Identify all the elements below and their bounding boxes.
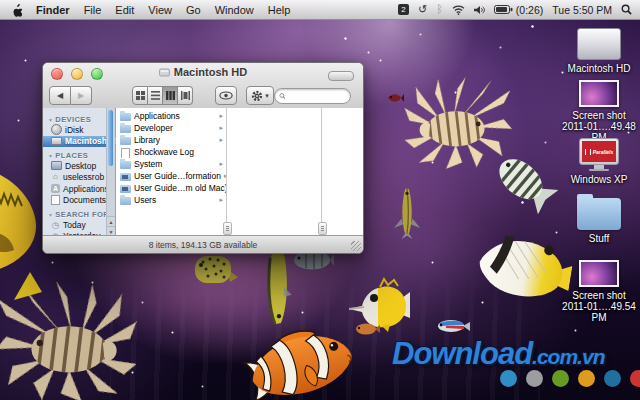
applications-icon: A	[51, 184, 60, 193]
list-view-button[interactable]	[148, 86, 163, 105]
file-row-user-guide-1[interactable]: User Guide…formation▸	[116, 170, 226, 182]
coverflow-view-button[interactable]	[178, 86, 193, 105]
watermark-dot	[630, 370, 640, 387]
desktop-icon-windows-xp[interactable]: Parallels Windows XP	[561, 138, 637, 185]
menu-view[interactable]: View	[148, 4, 172, 16]
file-row-developer[interactable]: Developer▸	[116, 122, 226, 134]
section-header[interactable]: ▼DEVICES	[43, 115, 115, 124]
sidebar-item-today[interactable]: ◷Today	[43, 219, 115, 231]
folder-icon	[120, 136, 131, 145]
chevron-right-icon: ▸	[219, 160, 223, 168]
time-machine-icon[interactable]: ↺	[418, 4, 427, 15]
icon-label: Screen shot 2011-01….49.54 PM	[561, 290, 637, 324]
sidebar-item-applications[interactable]: AApplications	[43, 183, 115, 195]
hard-drive-icon	[51, 137, 62, 145]
sidebar-item-documents[interactable]: Documents	[43, 195, 115, 207]
desktop-icon-screenshot-2[interactable]: Screen shot 2011-01….49.54 PM	[561, 260, 637, 324]
sidebar-item-label: Documents	[63, 195, 106, 205]
menu-file[interactable]: File	[84, 4, 102, 16]
sidebar-item-desktop[interactable]: Desktop	[43, 160, 115, 172]
special-folder-icon	[120, 172, 131, 181]
gold-diving-fish-image	[392, 186, 422, 240]
back-button[interactable]: ◀	[49, 86, 71, 105]
menu-help[interactable]: Help	[268, 4, 291, 16]
window-chrome[interactable]: Macintosh HD ◀ ▶	[43, 63, 363, 109]
watermark-dot	[552, 370, 569, 387]
desktop-icon-screenshot-1[interactable]: Screen shot 2011-01….49.48 PM	[561, 80, 637, 144]
file-name: System	[134, 159, 162, 169]
column-divider[interactable]	[226, 108, 227, 236]
watermark-dots	[500, 370, 640, 387]
sidebar-item-label: Today	[63, 220, 86, 230]
section-header[interactable]: ▼SEARCH FOR	[43, 210, 115, 219]
volume-icon[interactable]	[474, 5, 485, 15]
menu-finder[interactable]: Finder	[36, 4, 70, 16]
battery-indicator[interactable]: (0:26)	[494, 4, 543, 16]
watermark-dot	[604, 370, 621, 387]
parallels-bars-icon	[585, 149, 591, 155]
watermark-dot	[578, 370, 595, 387]
screenshot-thumbnail-icon	[579, 260, 619, 287]
sidebar: ▼DEVICES iDisk Macintosh HD ▼PLACES Desk…	[43, 108, 116, 236]
sidebar-item-label: Desktop	[65, 161, 96, 171]
sidebar-scrollbar[interactable]: ▲ ▼	[106, 108, 115, 236]
quick-look-button[interactable]	[215, 86, 237, 105]
apple-menu-icon[interactable]	[10, 3, 22, 17]
action-button[interactable]: ▾	[246, 86, 273, 105]
desktop-screen: Finder File Edit View Go Window Help 2 ↺…	[0, 0, 640, 400]
sidebar-item-home[interactable]: ⌂uselessrob	[43, 172, 115, 184]
sidebar-section-search-for: ▼SEARCH FOR ◷Today ◷Yesterday ◷Past Week…	[43, 210, 115, 236]
menu-window[interactable]: Window	[215, 4, 254, 16]
desktop-icon-macintosh-hd[interactable]: Macintosh HD	[561, 28, 637, 74]
action-caret-icon: ▾	[265, 92, 269, 100]
sidebar-item-idisk[interactable]: iDisk	[43, 124, 115, 136]
hard-drive-icon	[577, 28, 621, 60]
sidebar-section-places: ▼PLACES Desktop ⌂uselessrob AApplication…	[43, 151, 115, 206]
parallels-logo-text: Parallels	[593, 149, 614, 155]
column-resize-handle[interactable]	[318, 222, 327, 235]
sidebar-item-macintosh-hd[interactable]: Macintosh HD	[43, 136, 115, 148]
forward-button[interactable]: ▶	[71, 86, 92, 105]
menu-bar: Finder File Edit View Go Window Help 2 ↺…	[0, 0, 640, 20]
bluetooth-icon[interactable]: ᛒ	[436, 4, 443, 15]
column-view-button[interactable]	[163, 86, 178, 105]
chevron-right-icon: ▸	[219, 124, 223, 132]
yellow-boxfish-image	[194, 250, 238, 290]
list-view-icon	[151, 91, 160, 100]
scroll-down-icon: ▼	[109, 229, 114, 235]
home-icon: ⌂	[51, 173, 60, 182]
input-source-icon[interactable]: 2	[398, 4, 409, 15]
gear-icon	[251, 90, 263, 102]
column-view: Applications▸ Developer▸ Library▸ Shockw…	[116, 108, 363, 236]
desktop-icon-stuff[interactable]: Stuff	[561, 198, 637, 244]
menu-go[interactable]: Go	[186, 4, 201, 16]
file-row-user-guide-2[interactable]: User Guide…m old Mac)▸	[116, 182, 226, 194]
window-title: Macintosh HD	[174, 66, 247, 78]
file-row-applications[interactable]: Applications▸	[116, 110, 226, 122]
file-name: User Guide…m old Mac)	[134, 183, 226, 193]
menu-clock[interactable]: Tue 5:50 PM	[552, 4, 612, 16]
file-row-system[interactable]: System▸	[116, 158, 226, 170]
file-row-library[interactable]: Library▸	[116, 134, 226, 146]
drive-icon	[159, 68, 170, 77]
watermark-main-text: Download	[392, 336, 532, 372]
menu-edit[interactable]: Edit	[115, 4, 134, 16]
column-divider[interactable]	[321, 108, 322, 236]
resize-grip[interactable]	[351, 241, 361, 251]
watermark-dot	[500, 370, 517, 387]
sidebar-item-label: uselessrob	[63, 172, 104, 182]
coverflow-view-icon	[181, 91, 190, 100]
section-header[interactable]: ▼PLACES	[43, 151, 115, 160]
column-resize-handle[interactable]	[223, 222, 232, 235]
file-row-shockwave-log[interactable]: Shockwave Log▸	[116, 146, 226, 158]
icon-label: Stuff	[589, 233, 609, 244]
file-row-users[interactable]: Users▸	[116, 194, 226, 206]
wifi-icon[interactable]	[452, 5, 465, 15]
search-input[interactable]	[288, 91, 346, 101]
search-field[interactable]	[274, 88, 351, 104]
toolbar-toggle-pill[interactable]	[328, 71, 354, 81]
icon-view-button[interactable]	[132, 86, 148, 105]
scroll-up-button[interactable]: ▲	[107, 216, 115, 226]
scrollbar-thumb[interactable]	[108, 110, 113, 166]
spotlight-icon[interactable]	[621, 4, 632, 15]
